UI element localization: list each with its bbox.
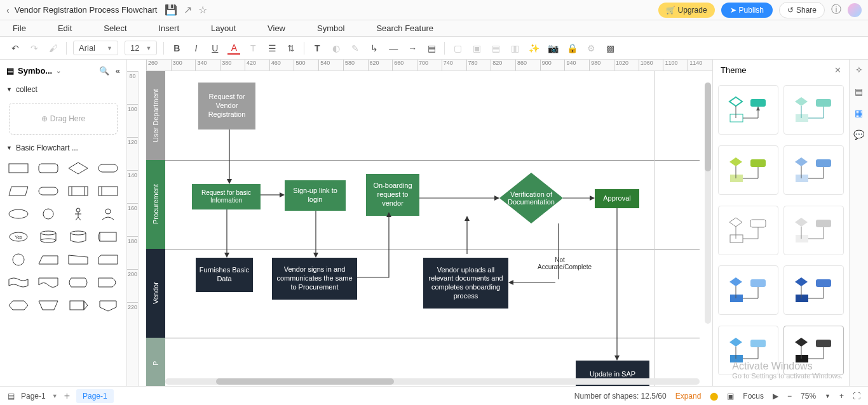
vertical-scrollbar[interactable] xyxy=(705,83,711,324)
shape-stadium[interactable] xyxy=(35,182,61,201)
undo-icon[interactable]: ↶ xyxy=(9,42,22,55)
menu-select[interactable]: Select xyxy=(104,23,126,33)
theme-gray-outline[interactable] xyxy=(718,206,778,255)
collect-section[interactable]: ▼collect xyxy=(0,81,126,98)
theme-navy[interactable] xyxy=(783,265,844,315)
shape-card[interactable] xyxy=(95,182,121,201)
page-tab[interactable]: Page-1 xyxy=(76,389,114,403)
page-caret-icon[interactable]: ▼ xyxy=(52,393,58,399)
fontcolor-icon[interactable]: A xyxy=(227,42,240,55)
crop-icon[interactable]: ▣ xyxy=(727,392,734,401)
shape-hex[interactable] xyxy=(5,296,31,315)
effects-icon[interactable]: ✨ xyxy=(527,42,540,55)
node-approval[interactable]: Approval xyxy=(595,189,639,208)
share-button[interactable]: ↺Share xyxy=(779,2,825,18)
group-icon[interactable]: ▢ xyxy=(451,42,464,55)
star-icon[interactable]: ☆ xyxy=(198,4,207,16)
node-request-basic[interactable]: Request for basic Information xyxy=(192,184,261,209)
menu-search[interactable]: Search Feature xyxy=(376,23,433,33)
menu-layout[interactable]: Layout xyxy=(211,23,236,33)
theme-lime[interactable] xyxy=(718,145,778,195)
underline-icon[interactable]: U xyxy=(208,42,221,55)
search-icon[interactable]: 🔍 xyxy=(99,66,109,76)
image-icon[interactable]: 📷 xyxy=(546,42,559,55)
export-icon[interactable]: ↗ xyxy=(184,4,192,16)
shape-offpage[interactable] xyxy=(95,296,121,315)
drag-here-zone[interactable]: ⊕Drag Here xyxy=(9,103,118,135)
fill-icon[interactable]: ◐ xyxy=(330,42,342,55)
page-select[interactable]: Page-1 xyxy=(21,392,46,401)
theme-teal[interactable] xyxy=(718,85,778,135)
fullscreen-icon[interactable]: ⛶ xyxy=(853,392,860,401)
menu-symbol[interactable]: Symbol xyxy=(317,23,344,33)
theme-gray[interactable] xyxy=(783,206,844,255)
zoom-caret-icon[interactable]: ▼ xyxy=(825,393,831,399)
line-spacing-icon[interactable]: ⇅ xyxy=(285,42,297,55)
shape-yes[interactable]: Yes xyxy=(5,227,31,246)
shape-tag[interactable] xyxy=(65,296,92,315)
shape-manual[interactable] xyxy=(65,250,92,269)
node-request-registration[interactable]: Request for Vendor Registration xyxy=(198,83,255,129)
align-left-icon[interactable]: ☰ xyxy=(266,42,278,55)
shape-wave[interactable] xyxy=(5,273,31,292)
shape-subprocess[interactable] xyxy=(65,182,92,201)
shape-user[interactable] xyxy=(95,204,121,223)
layers-icon[interactable]: ▤ xyxy=(855,86,863,96)
bold-icon[interactable]: B xyxy=(170,42,183,55)
redo-icon[interactable]: ↷ xyxy=(28,42,41,55)
save-icon[interactable]: 💾 xyxy=(165,4,177,16)
scroll-thumb[interactable] xyxy=(216,378,394,385)
theme-blue[interactable] xyxy=(718,265,778,315)
linecolor-icon[interactable]: ✎ xyxy=(349,42,362,55)
comment-icon[interactable]: 💬 xyxy=(853,129,864,140)
collapse-icon[interactable]: « xyxy=(116,66,120,76)
play-icon[interactable]: ▶ xyxy=(773,392,778,401)
distribute-icon[interactable]: ▥ xyxy=(508,42,521,55)
avatar[interactable] xyxy=(848,3,862,17)
basic-flowchart-section[interactable]: ▼Basic Flowchart ... xyxy=(0,140,126,156)
shape-rect[interactable] xyxy=(5,159,31,178)
ungroup-icon[interactable]: ▣ xyxy=(470,42,483,55)
upgrade-button[interactable]: 🛒Upgrade xyxy=(658,3,715,18)
shape-storage[interactable] xyxy=(95,227,121,246)
menu-view[interactable]: View xyxy=(268,23,285,33)
highlight-icon[interactable]: T xyxy=(247,42,259,55)
shape-actor[interactable] xyxy=(65,204,92,223)
lock-icon[interactable]: 🔒 xyxy=(566,42,578,55)
menu-file[interactable]: File xyxy=(13,23,26,33)
publish-button[interactable]: ➤Publish xyxy=(721,3,773,18)
align-tool-icon[interactable]: ▤ xyxy=(489,42,502,55)
shape-drum[interactable] xyxy=(65,227,92,246)
format-painter-icon[interactable]: 🖌 xyxy=(47,42,60,55)
node-uploads[interactable]: Vendor uploads all relevant documents an… xyxy=(423,258,508,309)
settings-icon[interactable]: ⚙ xyxy=(585,42,597,55)
shape-display[interactable] xyxy=(65,273,92,292)
linestyle-icon[interactable]: — xyxy=(387,42,400,55)
canvas-area[interactable]: 2603003403804204605005405806206607007407… xyxy=(127,60,712,386)
menu-insert[interactable]: Insert xyxy=(159,23,180,33)
theme-cyan[interactable] xyxy=(718,326,778,375)
shape-loop[interactable] xyxy=(35,296,61,315)
shape-card2[interactable] xyxy=(95,250,121,269)
grid-icon[interactable]: ▦ xyxy=(855,108,863,118)
node-furnishes[interactable]: Furnishes Basic Data xyxy=(196,258,253,292)
shape-roundrect[interactable] xyxy=(35,159,61,178)
shape-pill[interactable] xyxy=(95,159,121,178)
connector-icon[interactable]: ↳ xyxy=(368,42,381,55)
shape-circle[interactable] xyxy=(35,204,61,223)
text-tool-icon[interactable]: T xyxy=(311,42,323,55)
theme-mint[interactable] xyxy=(783,85,844,135)
node-verification[interactable]: Verification of Documentation xyxy=(499,173,563,223)
font-select[interactable]: Arial▼ xyxy=(73,41,118,55)
fontsize-select[interactable]: 12▼ xyxy=(125,41,157,55)
node-signup[interactable]: Sign-up link to login xyxy=(285,180,346,211)
fit-icon[interactable]: ▩ xyxy=(604,42,616,55)
pagelist-icon[interactable]: ▤ xyxy=(8,392,15,401)
add-page-icon[interactable]: + xyxy=(64,390,70,402)
node-signs[interactable]: Vendor signs in and communicates the sam… xyxy=(272,258,357,300)
shape-ellipse[interactable] xyxy=(5,204,31,223)
italic-icon[interactable]: I xyxy=(189,42,202,55)
shape-doc[interactable] xyxy=(35,273,61,292)
close-icon[interactable]: ✕ xyxy=(834,65,841,75)
warning-icon[interactable]: ⬤ xyxy=(710,392,718,401)
